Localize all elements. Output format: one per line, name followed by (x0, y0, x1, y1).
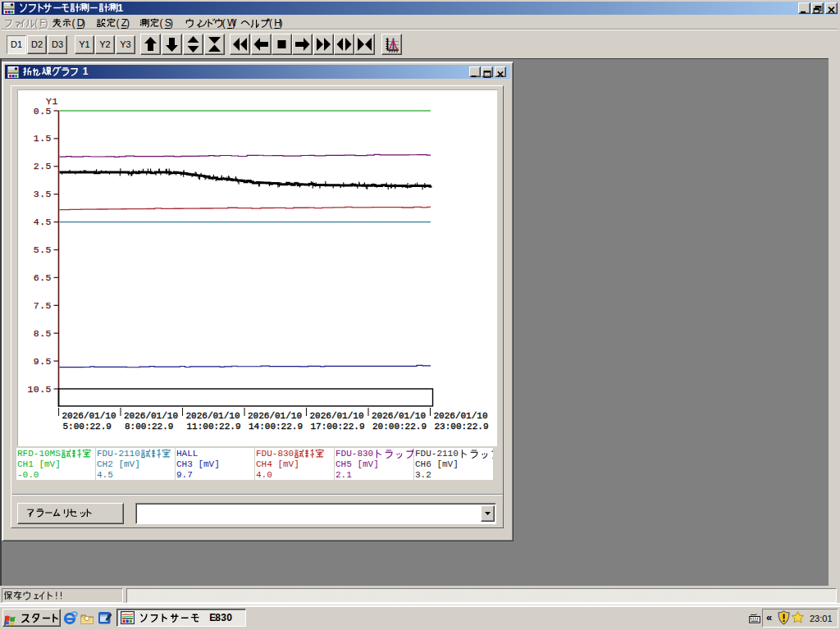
svg-text:(: ( (116, 17, 120, 29)
svg-text:2026/01/10: 2026/01/10 (434, 411, 488, 421)
svg-text:11:00:22.9: 11:00:22.9 (187, 422, 241, 431)
svg-text:): ) (280, 17, 283, 29)
svg-text:): ) (45, 17, 48, 29)
svg-text:8:00:22.9: 8:00:22.9 (125, 422, 173, 431)
svg-text:1: 1 (83, 66, 89, 77)
svg-text:8: 8 (215, 612, 221, 623)
svg-text:5:00:22.9: 5:00:22.9 (63, 422, 112, 431)
svg-text:0.5: 0.5 (34, 106, 52, 116)
svg-text:14:00:22.9: 14:00:22.9 (249, 422, 303, 431)
svg-text:17:00:22.9: 17:00:22.9 (311, 422, 365, 431)
svg-text:2026/01/10: 2026/01/10 (248, 411, 302, 421)
svg-text:): ) (170, 17, 173, 29)
svg-text:2026/01/10: 2026/01/10 (62, 411, 116, 421)
svg-text:4.5: 4.5 (34, 217, 52, 227)
svg-text:10.5: 10.5 (27, 384, 52, 395)
svg-text:5.5: 5.5 (34, 244, 52, 255)
svg-text:23:00:22.9: 23:00:22.9 (435, 422, 489, 431)
svg-text:(: ( (222, 17, 226, 29)
svg-text:1: 1 (117, 2, 123, 14)
svg-text:(: ( (72, 17, 75, 29)
svg-text:3: 3 (221, 612, 226, 623)
svg-text:): ) (232, 17, 235, 29)
svg-text:Y1: Y1 (46, 96, 58, 107)
svg-text:(: ( (160, 17, 163, 29)
svg-text:): ) (126, 17, 130, 29)
svg-text:9.5: 9.5 (34, 356, 52, 367)
svg-text:2.5: 2.5 (34, 161, 52, 171)
svg-text:8.5: 8.5 (34, 328, 52, 339)
svg-text:0: 0 (226, 612, 232, 623)
svg-text:2026/01/10: 2026/01/10 (310, 411, 364, 421)
svg-text:3.5: 3.5 (34, 189, 52, 199)
svg-text:1.5: 1.5 (34, 133, 52, 144)
svg-text:): ) (82, 17, 85, 29)
svg-text:20:00:22.9: 20:00:22.9 (372, 422, 427, 431)
svg-text:2026/01/10: 2026/01/10 (372, 411, 426, 421)
svg-text:7.5: 7.5 (34, 300, 52, 311)
svg-text:2026/01/10: 2026/01/10 (124, 411, 178, 421)
svg-text:(: ( (269, 17, 272, 29)
svg-text:6.5: 6.5 (34, 272, 52, 283)
svg-text:2026/01/10: 2026/01/10 (186, 411, 240, 421)
svg-text:(: ( (34, 17, 38, 29)
